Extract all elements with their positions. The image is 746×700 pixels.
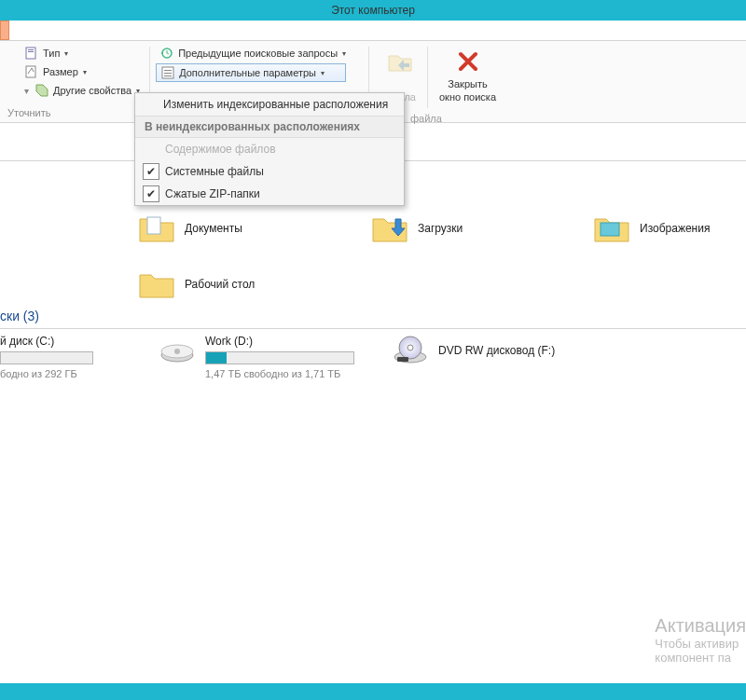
type-dropdown[interactable]: Тип ▾ xyxy=(21,45,144,62)
folder-download-icon xyxy=(371,212,408,245)
size-label: Размер xyxy=(43,66,78,77)
folder-icon xyxy=(138,268,175,301)
type-label: Тип xyxy=(43,48,60,59)
drive-label: й диск (C:) xyxy=(0,335,93,348)
hdd-icon xyxy=(159,335,196,366)
menu-item-label: Изменить индексированные расположения xyxy=(163,98,388,111)
folder-arrow-icon xyxy=(385,47,415,76)
svg-point-14 xyxy=(174,349,180,354)
svg-rect-8 xyxy=(164,73,172,74)
folder-item-downloads[interactable]: Загрузки xyxy=(371,212,463,245)
svg-point-17 xyxy=(408,345,413,350)
svg-rect-9 xyxy=(164,75,172,76)
chevron-down-icon: ▾ xyxy=(64,49,68,58)
drives-section-header[interactable]: ски (3) xyxy=(0,309,39,323)
dvd-drive-icon xyxy=(392,335,429,366)
drive-free-label: 1,47 ТБ свободно из 1,71 ТБ xyxy=(205,368,354,379)
ribbon-tab-strip xyxy=(0,21,746,41)
chevron-down-icon: ▾ xyxy=(321,69,325,77)
divider xyxy=(0,328,746,329)
svg-rect-7 xyxy=(164,70,172,71)
list-icon xyxy=(160,65,175,80)
menu-item-zip-folders[interactable]: ✔ Сжатые ZIP-папки xyxy=(135,183,404,205)
chevron-down-icon: ▾ xyxy=(24,86,29,96)
refine-group-label: Уточнить xyxy=(7,107,51,118)
drive-free-label: бодно из 292 ГБ xyxy=(0,368,93,379)
menu-item-change-indexed-locations[interactable]: Изменить индексированные расположения xyxy=(135,93,404,116)
folder-label: Изображения xyxy=(640,222,710,235)
activation-watermark: Активация Чтобы активир компонент па xyxy=(655,615,746,665)
svg-rect-2 xyxy=(28,51,34,52)
checkbox-checked-icon: ✔ xyxy=(143,163,159,180)
drive-label: DVD RW дисковод (F:) xyxy=(438,344,555,357)
other-props-label: Другие свойства xyxy=(53,85,131,96)
svg-rect-0 xyxy=(26,48,35,59)
file-tab[interactable] xyxy=(0,21,9,40)
watermark-line3: компонент па xyxy=(655,651,746,665)
watermark-line2: Чтобы активир xyxy=(655,637,746,651)
close-search-label2: окно поиска xyxy=(439,91,496,103)
svg-rect-10 xyxy=(147,217,160,234)
advanced-options-dropdown[interactable]: Дополнительные параметры ▾ xyxy=(156,63,346,82)
drive-item-c[interactable]: й диск (C:) бодно из 292 ГБ xyxy=(0,335,93,379)
checkbox-checked-icon: ✔ xyxy=(143,185,159,202)
folder-label: Рабочий стол xyxy=(185,278,255,291)
svg-rect-1 xyxy=(28,49,34,50)
menu-item-label: Содержимое файлов xyxy=(165,143,276,156)
folder-pictures-icon xyxy=(593,212,630,245)
folder-icon xyxy=(138,212,175,245)
tag-icon xyxy=(35,83,49,98)
advanced-options-label: Дополнительные параметры xyxy=(179,67,316,78)
open-file-label-rhs: файла xyxy=(410,113,442,124)
close-search-label1: Закрыть xyxy=(448,78,487,89)
close-icon xyxy=(453,47,483,76)
drive-item-d[interactable]: Work (D:) 1,47 ТБ свободно из 1,71 ТБ xyxy=(159,335,354,379)
svg-rect-18 xyxy=(397,357,408,362)
previous-searches-dropdown[interactable]: Предыдущие поисковые запросы ▾ xyxy=(156,45,350,62)
svg-marker-4 xyxy=(36,85,48,96)
menu-item-system-files[interactable]: ✔ Системные файлы xyxy=(135,160,404,183)
folder-label: Загрузки xyxy=(418,222,463,235)
svg-rect-11 xyxy=(601,223,619,236)
capacity-bar xyxy=(205,351,354,364)
menu-item-label: Сжатые ZIP-папки xyxy=(165,187,260,200)
taskbar[interactable] xyxy=(0,683,746,700)
chevron-down-icon: ▾ xyxy=(342,49,346,58)
svg-rect-3 xyxy=(26,66,35,77)
advanced-options-menu: Изменить индексированные расположения В … xyxy=(134,92,405,206)
close-search-button[interactable]: Закрыть окно поиска xyxy=(434,45,502,104)
menu-nonindexed-header: В неиндексированных расположениях xyxy=(135,116,404,138)
other-props-dropdown[interactable]: ▾ Другие свойства ▾ xyxy=(21,82,144,99)
separator xyxy=(427,47,428,108)
size-dropdown[interactable]: Размер ▾ xyxy=(21,63,144,80)
window-title: Этот компьютер xyxy=(331,4,415,17)
drive-item-f[interactable]: DVD RW дисковод (F:) xyxy=(392,335,555,366)
chevron-down-icon: ▾ xyxy=(83,68,87,76)
window-titlebar: Этот компьютер xyxy=(0,0,746,21)
menu-item-file-contents[interactable]: Содержимое файлов xyxy=(135,138,404,160)
menu-item-label: Системные файлы xyxy=(165,165,264,178)
watermark-line1: Активация xyxy=(655,615,746,637)
folder-item-pictures[interactable]: Изображения xyxy=(593,212,710,245)
size-icon xyxy=(24,64,39,79)
capacity-bar xyxy=(0,351,93,364)
folder-label: Документы xyxy=(185,222,242,235)
folder-item-documents[interactable]: Документы xyxy=(138,212,242,245)
drive-label: Work (D:) xyxy=(205,335,354,348)
history-icon xyxy=(159,46,174,61)
folder-item-desktop[interactable]: Рабочий стол xyxy=(138,268,255,301)
type-icon xyxy=(24,46,39,61)
previous-searches-label: Предыдущие поисковые запросы xyxy=(178,48,338,59)
